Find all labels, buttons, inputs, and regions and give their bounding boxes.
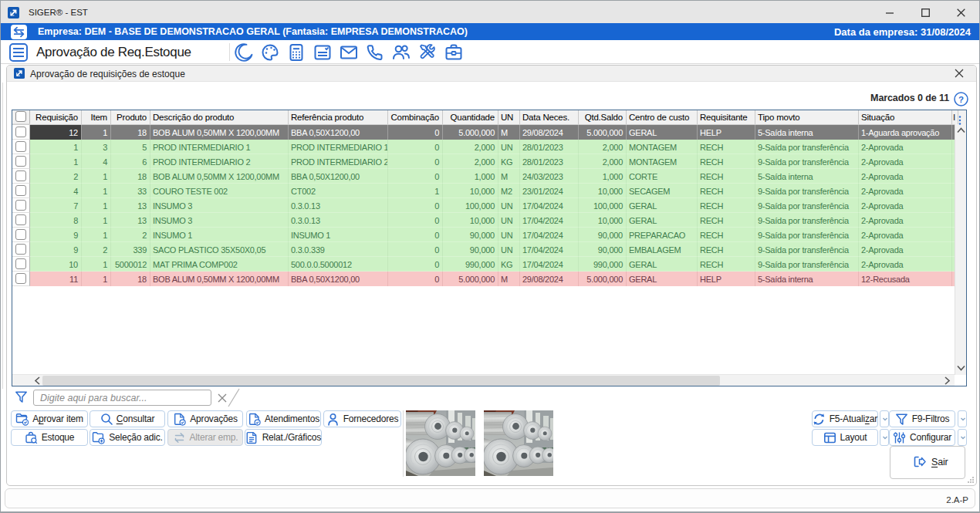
svg-text:?: ? bbox=[958, 95, 964, 104]
